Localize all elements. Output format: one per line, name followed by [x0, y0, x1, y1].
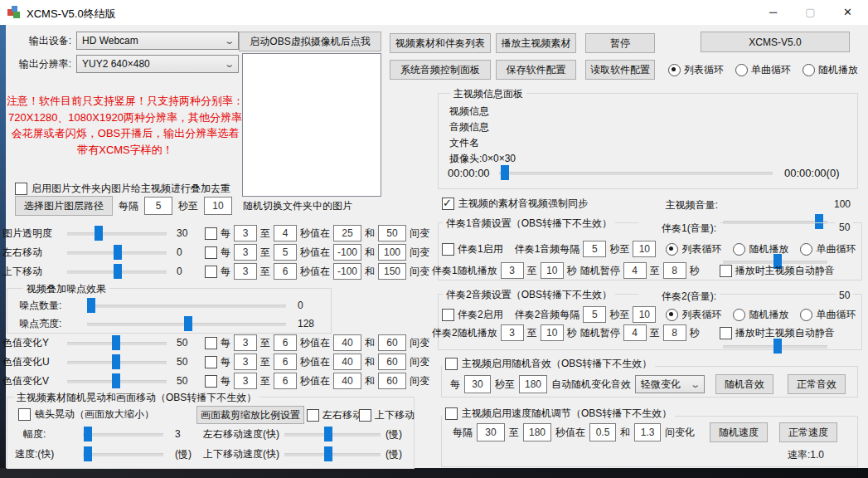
radio-icon[interactable]: [666, 243, 678, 256]
accomp1-from-input[interactable]: 5: [583, 241, 606, 257]
vary-checkbox[interactable]: [205, 227, 217, 240]
sfx-to-input[interactable]: 180: [519, 375, 547, 393]
accomp1-rfrom-input[interactable]: 3: [501, 262, 524, 279]
accomp2-enable-checkbox[interactable]: [442, 309, 454, 321]
choose-layer-button[interactable]: 选择图片图层路径: [15, 196, 113, 216]
vary-checkbox[interactable]: [205, 246, 217, 259]
vary-max-input[interactable]: 100: [378, 244, 406, 261]
normal-speed-button[interactable]: 正常速度: [779, 422, 837, 442]
slider-thumb[interactable]: [95, 226, 103, 241]
radio-icon[interactable]: [668, 64, 681, 76]
accomp1-mode-random[interactable]: 随机播放: [733, 242, 788, 256]
sfx-from-input[interactable]: 30: [464, 375, 491, 393]
vary-from-input[interactable]: 3: [234, 263, 257, 280]
shake-ud-row[interactable]: 上下移动: [359, 408, 415, 422]
speed-min-input[interactable]: 0.5: [589, 423, 616, 441]
vary-to-input[interactable]: 4: [274, 225, 297, 241]
random-sfx-button[interactable]: 随机音效: [715, 374, 773, 394]
vary-min-input[interactable]: 40: [333, 354, 361, 370]
accomp2-mode-single-loop[interactable]: 单曲循环: [800, 308, 856, 322]
vertical-move-slider[interactable]: [67, 263, 167, 280]
vary-max-input[interactable]: 50: [378, 225, 406, 241]
accomp1-mute-checkbox[interactable]: [720, 265, 732, 277]
vary-from-input[interactable]: 3: [234, 334, 257, 351]
radio-icon[interactable]: [733, 243, 745, 256]
play-mode-random[interactable]: 随机播放: [803, 63, 858, 77]
slider-thumb[interactable]: [84, 446, 92, 461]
output-device-select[interactable]: HD Webcam ⌄: [76, 32, 239, 50]
speed-to-input[interactable]: 180: [523, 423, 551, 441]
speed-enable-checkbox[interactable]: [445, 407, 458, 420]
opacity-slider[interactable]: [67, 225, 167, 241]
shake-speed-slider[interactable]: [83, 446, 163, 462]
accomp2-from-input[interactable]: 5: [583, 306, 606, 323]
overlay-enable-row[interactable]: 启用图片文件夹内图片给主视频进行叠加去重: [15, 182, 230, 196]
normal-sfx-button[interactable]: 正常音效: [788, 374, 846, 394]
slider-thumb[interactable]: [114, 245, 122, 260]
vary-to-input[interactable]: 6: [274, 354, 297, 370]
accomp1-mode-list-loop[interactable]: 列表循环: [666, 242, 721, 256]
play-mode-single-loop[interactable]: 单曲循环: [735, 63, 791, 77]
noise-brightness-slider[interactable]: [87, 315, 286, 332]
vary-min-input[interactable]: 25: [333, 225, 361, 241]
vary-checkbox[interactable]: [205, 337, 217, 349]
slider-thumb[interactable]: [112, 335, 120, 350]
vary-from-input[interactable]: 3: [234, 373, 257, 389]
vary-from-input[interactable]: 3: [234, 354, 257, 370]
accomp1-enable-checkbox[interactable]: [442, 243, 454, 256]
vary-min-input[interactable]: -100: [333, 244, 361, 261]
pause-button[interactable]: 暂停: [585, 33, 655, 53]
accomp1-pfrom-input[interactable]: 4: [623, 262, 647, 279]
color-u-slider[interactable]: [67, 354, 167, 370]
crop-scale-button[interactable]: 画面裁剪缩放比例设置: [196, 406, 304, 424]
radio-icon[interactable]: [803, 64, 815, 76]
slider-thumb[interactable]: [324, 427, 332, 441]
color-y-slider[interactable]: [67, 334, 167, 351]
slider-thumb[interactable]: [501, 165, 509, 180]
interval-from-input[interactable]: 5: [144, 197, 172, 215]
slider-thumb[interactable]: [184, 316, 192, 331]
horizontal-move-slider[interactable]: [67, 244, 167, 261]
vary-min-input[interactable]: 40: [333, 334, 361, 351]
accomp2-pto-input[interactable]: 8: [663, 324, 686, 341]
amplitude-slider[interactable]: [83, 426, 163, 442]
ud-move-checkbox[interactable]: [359, 409, 371, 422]
accomp2-rfrom-input[interactable]: 3: [501, 324, 524, 341]
slider-thumb[interactable]: [112, 373, 120, 388]
vary-max-input[interactable]: 60: [378, 354, 406, 370]
interval-to-input[interactable]: 10: [204, 197, 232, 215]
sfx-enable-checkbox[interactable]: [445, 358, 458, 370]
sync-row[interactable]: 主视频的素材音视频强制同步: [442, 197, 588, 211]
overlay-enable-checkbox[interactable]: [15, 183, 27, 195]
slider-thumb[interactable]: [84, 427, 92, 441]
seek-slider[interactable]: [499, 164, 773, 181]
accomp1-rto-input[interactable]: 10: [541, 262, 564, 279]
accomp1-pto-input[interactable]: 8: [663, 262, 686, 279]
random-speed-button[interactable]: 随机速度: [710, 422, 768, 442]
close-button[interactable]: ✕: [829, 0, 866, 24]
lens-shake-checkbox[interactable]: [18, 408, 31, 421]
lr-speed-slider[interactable]: [284, 426, 381, 442]
output-resolution-select[interactable]: YUY2 640×480 ⌄: [76, 55, 239, 73]
load-config-button[interactable]: 读取软件配置: [585, 60, 655, 80]
sync-checkbox[interactable]: [442, 198, 454, 210]
slider-thumb[interactable]: [324, 446, 332, 461]
sfx-enable-row[interactable]: 主视频启用随机音效（OBS转播下不生效）: [442, 357, 655, 371]
log-listbox[interactable]: [242, 53, 381, 197]
vary-max-input[interactable]: 60: [378, 334, 406, 351]
radio-icon[interactable]: [666, 309, 678, 321]
accomp2-pfrom-input[interactable]: 4: [623, 324, 647, 341]
start-obs-button[interactable]: 启动OBS虚拟摄像机后点我: [239, 32, 381, 51]
vary-checkbox[interactable]: [205, 266, 217, 278]
speed-max-input[interactable]: 1.3: [634, 423, 661, 441]
maximize-button[interactable]: ▢: [792, 0, 829, 24]
accomp2-rto-input[interactable]: 10: [541, 324, 564, 341]
radio-icon[interactable]: [735, 64, 748, 76]
vary-min-input[interactable]: 40: [333, 373, 361, 389]
accomp1-to-input[interactable]: 10: [633, 241, 656, 257]
slider-thumb[interactable]: [112, 354, 120, 369]
minimize-button[interactable]: ─: [754, 0, 792, 24]
play-mode-list-loop[interactable]: 列表循环: [668, 63, 724, 77]
slider-thumb[interactable]: [114, 264, 122, 279]
vary-max-input[interactable]: 150: [378, 263, 406, 280]
